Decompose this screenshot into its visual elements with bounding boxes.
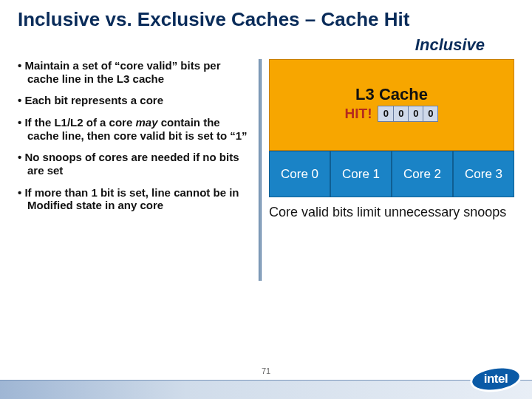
core-box-3: Core 3 xyxy=(453,151,514,197)
diagram-caption: Core valid bits limit unnecessary snoops xyxy=(269,205,514,221)
bullet-list: Maintain a set of “core valid” bits per … xyxy=(18,59,259,281)
hit-label: HIT! xyxy=(345,106,372,122)
core-box-1: Core 1 xyxy=(330,151,392,197)
slide-subtitle: Inclusive xyxy=(18,35,514,55)
footer-bar xyxy=(0,380,532,399)
valid-bit-1: 0 xyxy=(393,106,408,121)
vertical-divider xyxy=(259,59,262,281)
valid-bits: 0 0 0 0 xyxy=(378,106,438,122)
bullet-item: No snoops of cores are needed if no bits… xyxy=(18,151,253,177)
bullet-item: Maintain a set of “core valid” bits per … xyxy=(18,59,253,85)
bullet-item: Each bit represents a core xyxy=(18,94,253,107)
cache-diagram: L3 Cache HIT! 0 0 0 0 Core 0 Core 1 Core… xyxy=(265,59,514,281)
bullet-item: If the L1/L2 of a core may contain the c… xyxy=(18,116,253,142)
core-row: Core 0 Core 1 Core 2 Core 3 xyxy=(269,151,514,197)
l3-cache-box: L3 Cache HIT! 0 0 0 0 xyxy=(269,59,514,151)
core-box-2: Core 2 xyxy=(392,151,453,197)
core-box-0: Core 0 xyxy=(269,151,330,197)
bullet-item: If more than 1 bit is set, line cannot b… xyxy=(18,186,253,212)
l3-cache-label: L3 Cache xyxy=(276,85,508,104)
valid-bit-2: 0 xyxy=(408,106,423,121)
intel-logo: intel xyxy=(470,362,522,395)
slide-title: Inclusive vs. Exclusive Caches – Cache H… xyxy=(18,9,514,31)
valid-bit-3: 0 xyxy=(423,106,437,121)
page-number: 71 xyxy=(262,366,270,375)
valid-bit-0: 0 xyxy=(378,106,393,121)
logo-text: intel xyxy=(470,366,522,392)
